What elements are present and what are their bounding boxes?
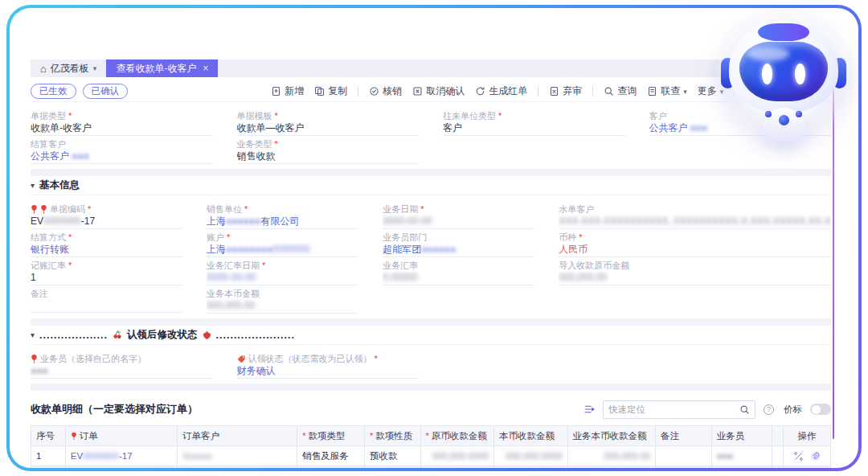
cell-order: EV0000000-17 (65, 446, 177, 466)
claim-section-header: ▾ ................... 认领后修改状态 ..........… (31, 326, 831, 345)
tab-bar: ⌂ 亿茂看板 ▾ 查看收款单-收客户 × (31, 60, 831, 77)
cell-salesman: ●●● (711, 446, 772, 466)
writeoff-button[interactable]: 核销 (369, 84, 402, 98)
generate-red-note-button[interactable]: 生成红单 (475, 84, 527, 98)
customer-link[interactable]: 公共客户 (649, 122, 688, 133)
collapse-icon[interactable]: ▾ (31, 181, 35, 190)
field-biz-rate-date: 业务汇率日期* 0000-00-00 (207, 257, 358, 285)
linked-query-button[interactable]: 联查 ▾ (647, 84, 687, 98)
field-settle-customer: 结算客户 公共客户 ●●● (31, 136, 213, 164)
settle-method-link[interactable]: 银行转账 (31, 244, 69, 255)
strawberry-icon (203, 330, 211, 340)
home-icon: ⌂ (40, 63, 47, 75)
doc-lines-icon (647, 86, 657, 96)
field-doc-type: 单据类型* 收款单-收客户 (31, 108, 213, 136)
sales-unit-link[interactable]: 上海●●●●●●有限公司 (207, 215, 300, 227)
section-gap (31, 169, 831, 176)
col-action: 操作 (784, 426, 831, 446)
cell-pay-type[interactable]: 销售及服务 (297, 446, 365, 466)
cell-local-amount: 000,000.0000 (494, 446, 568, 466)
search-input[interactable] (608, 404, 739, 414)
field-biz-type: 业务类型* 销售收款 (237, 136, 420, 164)
remark-value[interactable] (31, 299, 182, 313)
copy-icon (314, 86, 325, 96)
robot-mascot[interactable] (720, 16, 847, 143)
total-local: 000,000.0000 (494, 466, 568, 469)
field-salesman-dept: 业务员部门 超能军团●●●●●● (383, 229, 534, 257)
split-icon[interactable] (793, 451, 804, 462)
field-remark: 备注 (31, 285, 182, 314)
toolbar-divider (358, 86, 358, 96)
field-partner-type: 往来单位类型* 客户 (443, 108, 625, 136)
detail-table: 序号 订单 订单客户 *款项类型 *款项性质 *原币收款金额 本币收款金额 业务… (31, 425, 831, 468)
currency-value: 人民币 (559, 243, 831, 257)
col-remark: 备注 (656, 426, 712, 446)
col-pay-type: *款项类型 (297, 426, 365, 446)
price-tag-toggle[interactable] (810, 404, 831, 415)
search-icon (604, 86, 614, 96)
doc-template-value: 收款单—收客户 (237, 121, 420, 136)
col-orig-amount: *原币收款金额 (420, 426, 494, 446)
detail-title: 收款单明细（一定要选择对应订单） (31, 402, 198, 416)
field-biz-local-amount: 业务本币金额 000,000.00 (207, 285, 358, 314)
col-seq: 序号 (31, 426, 66, 446)
field-sales-unit: 销售单位* 上海●●●●●●有限公司 (207, 201, 358, 229)
cancel-confirm-button[interactable]: 取消确认 (412, 84, 465, 98)
badge-check-icon (369, 86, 379, 96)
status-badge-effective: 已生效 (31, 84, 76, 99)
robot-head (729, 19, 838, 113)
price-tag-label: 价标 (784, 404, 802, 416)
table-row[interactable]: 1 EV0000000-17 Xxxxxx 销售及服务 预收款 000,000.… (31, 446, 831, 466)
field-doc-code: 单据编码* EV0000000-17 (31, 201, 182, 229)
basic-info-header: ▾ 基本信息 (31, 176, 831, 195)
app-frame: ⌂ 亿茂看板 ▾ 查看收款单-收客户 × 已生效 已确认 新增 (6, 5, 862, 471)
pin-icon (71, 432, 77, 441)
discard-audit-button[interactable]: 弃审 (549, 84, 582, 98)
robot-body (763, 108, 805, 142)
new-button[interactable]: 新增 (271, 84, 304, 98)
cell-spacer (772, 446, 784, 466)
order-link[interactable]: EV0000000-17 (71, 451, 133, 461)
cell-pay-nature[interactable]: 预收款 (364, 446, 420, 466)
header-form: 单据类型* 收款单-收客户 单据模板* 收款单—收客户 往来单位类型* 客户 客… (31, 108, 831, 164)
claim-form: 业务员（选择自己的名字） ●●● 认领状态（状态需改为已认领）* 财务确认 (31, 351, 831, 379)
field-biz-rate: 业务汇率 0.00000 (383, 257, 534, 285)
field-currency: 币种* 人民币 (559, 229, 831, 257)
help-icon[interactable]: ? (764, 404, 774, 415)
collapse-icon[interactable]: ▾ (31, 330, 35, 339)
table-header-row: 序号 订单 订单客户 *款项类型 *款项性质 *原币收款金额 本币收款金额 业务… (31, 426, 831, 446)
claim-section-title: 认领后修改状态 (127, 328, 198, 342)
settle-customer-link[interactable]: 公共客户 (31, 150, 69, 162)
close-icon[interactable]: × (203, 63, 208, 74)
section-gap (31, 318, 831, 326)
field-water-customer: 水单客户 XXX-XXX-XXXXXXXXXX, XXXXXXXXXX-X-XX… (559, 201, 831, 229)
col-spacer (772, 426, 784, 446)
doc-type-value: 收款单-收客户 (31, 121, 213, 136)
robot-button (796, 111, 802, 117)
field-account: 账户* 上海●●●●●●●●0000000 (207, 229, 358, 257)
column-settings-icon[interactable] (583, 404, 595, 415)
quick-locate-search[interactable] (603, 400, 755, 419)
biz-type-value: 销售收款 (237, 150, 420, 164)
col-pay-nature: *款项性质 (364, 426, 420, 446)
copy-button[interactable]: 复制 (314, 84, 347, 98)
total-label: 合计 (31, 466, 66, 469)
chevron-down-icon: ▾ (93, 64, 97, 72)
salesman-dept-link[interactable]: 超能军团●●●●●● (383, 244, 457, 255)
board-menu[interactable]: ⌂ 亿茂看板 ▾ (31, 60, 106, 77)
tab-view-receipt[interactable]: 查看收款单-收客户 × (106, 60, 218, 77)
query-button[interactable]: 查询 (604, 84, 637, 98)
attachment-icon[interactable] (810, 451, 821, 462)
col-biz-local-amount: 业务本币收款金额 (567, 426, 655, 446)
robot-eye-right (795, 64, 805, 84)
box-x-icon (412, 86, 423, 96)
claim-status-link[interactable]: 财务确认 (237, 365, 276, 376)
cell-seq: 1 (31, 446, 66, 466)
robot-eye-left (762, 64, 772, 84)
doc-plus-icon (271, 86, 281, 96)
total-orig: 000,000.0000 (420, 466, 494, 469)
col-order: 订单 (65, 426, 177, 446)
account-link[interactable]: 上海●●●●●●●●0000000 (207, 244, 310, 255)
search-icon (739, 404, 750, 415)
cell-remark[interactable] (656, 446, 712, 466)
